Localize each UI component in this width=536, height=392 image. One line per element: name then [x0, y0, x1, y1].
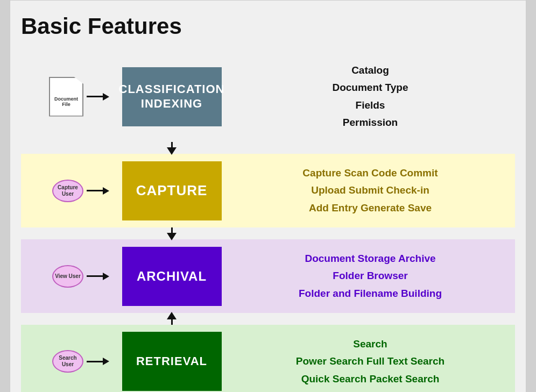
document-file-label: Document File	[50, 96, 82, 107]
archival-text: Document Storage Archive Folder Browser …	[299, 250, 442, 302]
arrow-head-4	[103, 358, 109, 365]
archival-line-2: Folder Browser	[299, 267, 442, 284]
arrow-line	[87, 96, 103, 97]
retrieval-right: Search Power Search Full Text Search Qui…	[225, 330, 515, 392]
arrow-head-2	[103, 187, 109, 195]
capture-text: Capture Scan Code Commit Upload Submit C…	[302, 165, 438, 217]
capture-left: Capture User	[21, 159, 118, 222]
capture-line-3: Add Entry Generate Save	[302, 199, 438, 217]
retrieval-box: RETRIEVAL	[122, 332, 222, 391]
archival-line-1: Document Storage Archive	[299, 250, 442, 267]
capture-right: Capture Scan Code Commit Upload Submit C…	[225, 159, 515, 222]
capture-line-1: Capture Scan Code Commit	[302, 165, 438, 182]
capture-user-oval: Capture User	[52, 180, 83, 202]
classification-box: CLASSIFICATION INDEXING	[122, 67, 222, 126]
retrieval-arrow	[87, 358, 109, 365]
archival-section: View User ARCHIVAL Document Storage Arch…	[21, 239, 515, 313]
classification-text: Catalog Document Type Fields Permission	[332, 62, 408, 131]
page-title: Basic Features	[21, 13, 515, 39]
capture-section: Capture User CAPTURE Capture Scan Code C…	[21, 154, 515, 227]
arrow-line-2	[87, 190, 103, 191]
main-container: Basic Features Document File CLASSIFICAT…	[10, 0, 526, 392]
classification-line-4: Permission	[332, 114, 408, 131]
retrieval-line-3: Quick Search Packet Search	[296, 370, 445, 388]
archival-box-col: ARCHIVAL	[118, 245, 225, 308]
classification-box-col: CLASSIFICATION INDEXING	[118, 56, 225, 137]
classification-line-2: Document Type	[332, 79, 408, 96]
archival-left: View User	[21, 245, 118, 308]
classification-left: Document File	[21, 56, 118, 137]
capture-box: CAPTURE	[122, 161, 222, 220]
classification-section: Document File CLASSIFICATION INDEXING Ca…	[21, 49, 515, 142]
classification-arrow	[87, 93, 109, 101]
retrieval-line-2: Power Search Full Text Search	[296, 353, 445, 370]
retrieval-box-col: RETRIEVAL	[118, 330, 225, 392]
document-file-icon: Document File	[49, 77, 83, 117]
arrow-head	[103, 93, 109, 101]
arrow-head-3	[103, 273, 109, 280]
arrow-connector-2	[21, 227, 515, 239]
classification-right: Catalog Document Type Fields Permission	[225, 56, 515, 137]
retrieval-text: Search Power Search Full Text Search Qui…	[296, 336, 445, 388]
view-user-oval: View User	[52, 265, 83, 288]
archival-line-3: Folder and Filename Building	[299, 285, 442, 302]
classification-line-1: Catalog	[332, 62, 408, 79]
retrieval-line-1: Search	[296, 336, 445, 353]
retrieval-section: Search User RETRIEVAL Search Power Searc…	[21, 325, 515, 392]
arrow-line-4	[87, 361, 103, 362]
capture-arrow	[87, 187, 109, 195]
capture-line-2: Upload Submit Check-in	[302, 182, 438, 199]
arrow-connector-3	[21, 313, 515, 325]
search-user-oval: Search User	[52, 350, 83, 373]
capture-box-col: CAPTURE	[118, 159, 225, 222]
arrow-line-3	[87, 275, 103, 277]
archival-box: ARCHIVAL	[122, 247, 222, 306]
arrow-connector-1	[21, 142, 515, 154]
archival-arrow	[87, 273, 109, 280]
archival-right: Document Storage Archive Folder Browser …	[225, 245, 515, 308]
classification-line-3: Fields	[332, 97, 408, 114]
retrieval-left: Search User	[21, 330, 118, 392]
